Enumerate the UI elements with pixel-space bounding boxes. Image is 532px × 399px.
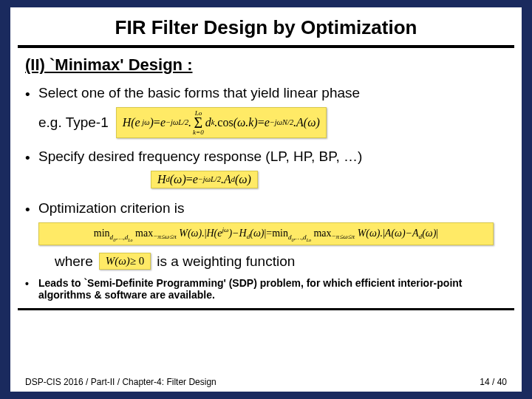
slide-body: (II) `Minimax' Design : • Select one of … bbox=[10, 55, 522, 301]
where-post: is a weighting function bbox=[157, 253, 295, 270]
bullet-2: • Specify desired frequency response (LP… bbox=[25, 149, 507, 166]
section-subtitle: (II) `Minimax' Design : bbox=[25, 55, 507, 75]
where-row: where W(ω) ≥ 0 is a weighting function bbox=[55, 253, 507, 270]
bullet-1: • Select one of the basic forms that yie… bbox=[25, 85, 507, 103]
bullet-3-text: Optimization criterion is bbox=[38, 200, 507, 216]
bullet-dot-icon: • bbox=[25, 149, 38, 166]
bullet-3: • Optimization criterion is bbox=[25, 200, 507, 218]
hd-row: Hd(ω)=e−jωL/2.Ad(ω) bbox=[151, 171, 507, 188]
bullet-dot-icon: • bbox=[25, 200, 38, 218]
type1-row: e.g. Type-1 H(e jω)=e−jωL/2.LoΣk=0dk.cos… bbox=[38, 107, 507, 138]
bullet-4: • Leads to `Semi-Definite Programming' (… bbox=[25, 277, 507, 301]
equation-minimax: mind0,…,dLo max−π≤ω≤π W(ω).|H(ejω)−Hd(ω)… bbox=[38, 222, 494, 245]
footer-left: DSP-CIS 2016 / Part-II / Chapter-4: Filt… bbox=[25, 377, 216, 387]
bullet-dot-icon: • bbox=[25, 277, 38, 290]
bullet-dot-icon: • bbox=[25, 85, 38, 103]
bullet-1-text: Select one of the basic forms that yield… bbox=[38, 85, 507, 101]
slide-footer: DSP-CIS 2016 / Part-II / Chapter-4: Filt… bbox=[25, 377, 507, 387]
where-label: where bbox=[55, 253, 93, 270]
footer-page-number: 14 / 40 bbox=[480, 377, 507, 387]
bullet-4-text: Leads to `Semi-Definite Programming' (SD… bbox=[38, 277, 507, 301]
eg-label: e.g. Type-1 bbox=[38, 115, 109, 131]
equation-weight: W(ω) ≥ 0 bbox=[99, 253, 151, 270]
slide: FIR Filter Design by Optimization (II) `… bbox=[10, 7, 522, 392]
slide-title: FIR Filter Design by Optimization bbox=[10, 7, 522, 45]
equation-hd: Hd(ω)=e−jωL/2.Ad(ω) bbox=[151, 171, 258, 188]
equation-type1: H(e jω)=e−jωL/2.LoΣk=0dk.cos(ω.k)=e−jωN/… bbox=[116, 107, 327, 138]
bullet-2-text: Specify desired frequency response (LP, … bbox=[38, 149, 507, 165]
title-divider bbox=[18, 45, 514, 48]
footer-divider bbox=[18, 308, 514, 310]
